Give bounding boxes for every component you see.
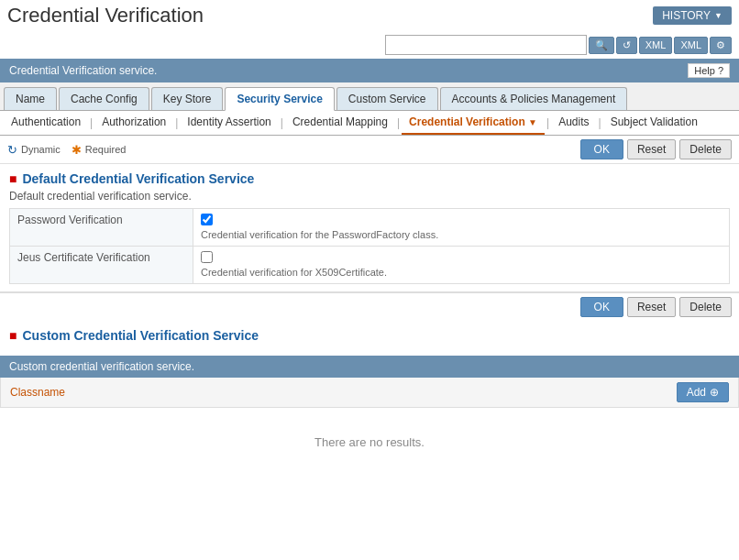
tab2-authorization[interactable]: Authorization xyxy=(94,111,173,135)
dynamic-legend: ↻ Dynamic xyxy=(7,143,61,157)
search-input[interactable] xyxy=(385,35,587,55)
info-bar: Credential Verification service. Help ? xyxy=(0,59,739,82)
tab2-identity-assertion[interactable]: Identity Assertion xyxy=(180,111,278,135)
legend-right: OK Reset Delete xyxy=(580,139,732,159)
password-verification-desc: Credential verification for the Password… xyxy=(201,229,438,240)
tabs-row2: Authentication | Authorization | Identit… xyxy=(0,111,739,136)
search-icon-btn[interactable]: 🔍 xyxy=(589,37,614,54)
column-header: Classname Add ⊕ xyxy=(0,378,739,408)
custom-info-bar: Custom credential verification service. xyxy=(0,356,739,378)
table-row: Jeus Certificate Verification Credential… xyxy=(10,247,730,284)
custom-section-red-icon: ■ xyxy=(9,328,17,343)
custom-section-title: ■ Custom Credential Verification Service xyxy=(9,328,730,343)
dynamic-icon: ↻ xyxy=(7,143,17,157)
history-button[interactable]: HISTORY xyxy=(653,6,732,25)
tab-key-store[interactable]: Key Store xyxy=(151,87,224,110)
legend-bar: ↻ Dynamic ✱ Required OK Reset Delete xyxy=(0,136,739,164)
password-verification-checkbox[interactable] xyxy=(201,214,213,225)
default-fields-table: Password Verification Credential verific… xyxy=(9,208,730,284)
xml1-icon-btn[interactable]: XML xyxy=(639,37,673,54)
default-section: ■ Default Credential Verification Servic… xyxy=(0,164,739,292)
bottom-ok-button[interactable]: OK xyxy=(580,297,623,317)
top-bar: Credential Verification HISTORY xyxy=(0,0,739,31)
required-label: Required xyxy=(85,144,127,155)
field-value-password: Credential verification for the Password… xyxy=(193,209,730,247)
tab2-authentication[interactable]: Authentication xyxy=(4,111,88,135)
no-results: There are no results. xyxy=(0,408,739,477)
dynamic-label: Dynamic xyxy=(21,144,61,155)
add-button[interactable]: Add ⊕ xyxy=(677,382,729,402)
tab-custom-service[interactable]: Custom Service xyxy=(336,87,438,110)
refresh-icon-btn[interactable]: ↺ xyxy=(616,37,637,54)
tab2-audits[interactable]: Audits xyxy=(551,111,596,135)
required-icon: ✱ xyxy=(72,143,82,157)
bottom-delete-button[interactable]: Delete xyxy=(679,297,732,317)
delete-button[interactable]: Delete xyxy=(679,139,732,159)
jeus-certificate-checkbox[interactable] xyxy=(201,251,213,263)
tab2-subject-validation[interactable]: Subject Validation xyxy=(603,111,705,135)
info-bar-text: Credential Verification service. xyxy=(9,64,157,77)
settings-icon-btn[interactable]: ⚙ xyxy=(710,37,732,54)
tab-security-service[interactable]: Security Service xyxy=(225,87,334,111)
xml2-icon-btn[interactable]: XML xyxy=(674,37,708,54)
legend-left: ↻ Dynamic ✱ Required xyxy=(7,143,126,157)
bottom-reset-button[interactable]: Reset xyxy=(627,297,676,317)
classname-column: Classname xyxy=(10,386,65,399)
tab2-credential-verification[interactable]: Credential Verification ▼ xyxy=(402,111,545,135)
default-section-desc: Default credential verification service. xyxy=(9,190,730,203)
tab-cache-config[interactable]: Cache Config xyxy=(59,87,149,110)
table-row: Password Verification Credential verific… xyxy=(10,209,730,247)
jeus-certificate-desc: Credential verification for X509Certific… xyxy=(201,267,387,278)
section-red-icon: ■ xyxy=(9,171,17,186)
tab-name[interactable]: Name xyxy=(4,87,57,110)
field-label-password: Password Verification xyxy=(10,209,193,247)
tab-accounts-policies[interactable]: Accounts & Policies Management xyxy=(440,87,628,110)
required-legend: ✱ Required xyxy=(72,143,127,157)
reset-button[interactable]: Reset xyxy=(627,139,676,159)
ok-button[interactable]: OK xyxy=(580,139,623,159)
tab2-credential-mapping[interactable]: Credential Mapping xyxy=(285,111,395,135)
field-value-jeus: Credential verification for X509Certific… xyxy=(193,247,730,284)
tabs-row1: Name Cache Config Key Store Security Ser… xyxy=(0,82,739,111)
search-bar: 🔍 ↺ XML XML ⚙ xyxy=(0,31,739,59)
bottom-action-bar: OK Reset Delete xyxy=(0,292,739,321)
page-title: Credential Verification xyxy=(7,4,204,27)
custom-section: ■ Custom Credential Verification Service xyxy=(0,321,739,356)
field-label-jeus: Jeus Certificate Verification xyxy=(10,247,193,284)
default-section-title: ■ Default Credential Verification Servic… xyxy=(9,171,730,186)
toolbar-icons: 🔍 ↺ XML XML ⚙ xyxy=(589,37,732,54)
help-button[interactable]: Help ? xyxy=(688,63,730,78)
